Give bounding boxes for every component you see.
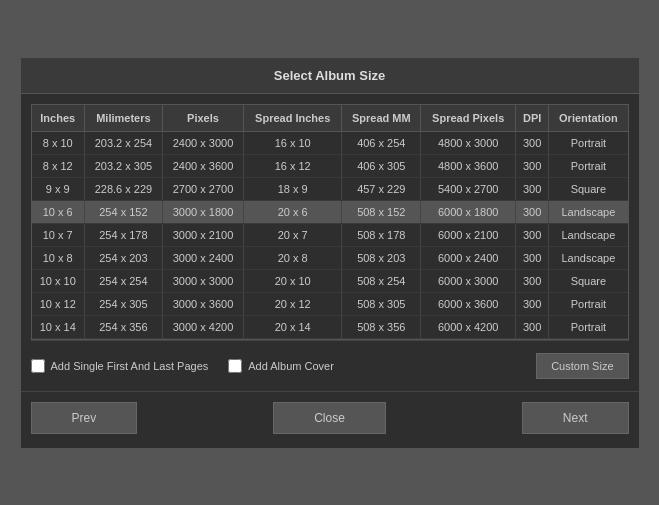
table-header-row: InchesMilimetersPixelsSpread InchesSprea… [32,105,628,132]
table-cell: Square [549,177,628,200]
table-header-cell: Pixels [162,105,243,132]
table-cell: 3000 x 3600 [162,292,243,315]
table-cell: 8 x 10 [32,131,85,154]
table-cell: 508 x 356 [342,315,421,338]
table-cell: 10 x 12 [32,292,85,315]
table-cell: 16 x 12 [244,154,342,177]
table-header-cell: Inches [32,105,85,132]
table-cell: 20 x 6 [244,200,342,223]
add-album-cover-checkbox[interactable] [228,359,242,373]
table-cell: 300 [515,131,548,154]
buttons-row: Prev Close Next [21,391,639,448]
table-cell: 6000 x 3600 [421,292,516,315]
table-cell: Portrait [549,154,628,177]
table-cell: 9 x 9 [32,177,85,200]
table-cell: 20 x 14 [244,315,342,338]
table-cell: Portrait [549,292,628,315]
table-cell: 508 x 305 [342,292,421,315]
table-cell: 2400 x 3000 [162,131,243,154]
table-cell: 254 x 152 [84,200,162,223]
table-cell: 300 [515,223,548,246]
table-cell: 6000 x 2400 [421,246,516,269]
table-cell: Portrait [549,131,628,154]
table-header-cell: Spread Inches [244,105,342,132]
table-cell: Landscape [549,200,628,223]
table-cell: 2700 x 2700 [162,177,243,200]
table-cell: 508 x 178 [342,223,421,246]
table-cell: 300 [515,292,548,315]
table-row[interactable]: 10 x 14254 x 3563000 x 420020 x 14508 x … [32,315,628,338]
table-cell: 10 x 7 [32,223,85,246]
table-cell: 6000 x 3000 [421,269,516,292]
table-row[interactable]: 10 x 7254 x 1783000 x 210020 x 7508 x 17… [32,223,628,246]
dialog-title: Select Album Size [21,58,639,94]
table-cell: 3000 x 4200 [162,315,243,338]
table-cell: 203.2 x 254 [84,131,162,154]
close-button[interactable]: Close [273,402,386,434]
table-cell: 6000 x 4200 [421,315,516,338]
table-cell: Landscape [549,223,628,246]
table-cell: 16 x 10 [244,131,342,154]
table-cell: 10 x 8 [32,246,85,269]
table-cell: 18 x 9 [244,177,342,200]
next-button[interactable]: Next [522,402,629,434]
table-cell: 508 x 203 [342,246,421,269]
table-header-cell: Spread Pixels [421,105,516,132]
add-album-cover-checkbox-label[interactable]: Add Album Cover [228,359,334,373]
table-cell: 10 x 6 [32,200,85,223]
table-cell: 4800 x 3600 [421,154,516,177]
table-row[interactable]: 10 x 8254 x 2033000 x 240020 x 8508 x 20… [32,246,628,269]
table-cell: Square [549,269,628,292]
table-cell: 3000 x 2100 [162,223,243,246]
table-row[interactable]: 10 x 12254 x 3053000 x 360020 x 12508 x … [32,292,628,315]
add-single-pages-checkbox-label[interactable]: Add Single First And Last Pages [31,359,209,373]
table-cell: 300 [515,269,548,292]
prev-button[interactable]: Prev [31,402,138,434]
table-cell: 20 x 12 [244,292,342,315]
table-header-cell: Spread MM [342,105,421,132]
add-single-pages-label: Add Single First And Last Pages [51,360,209,372]
table-cell: 457 x 229 [342,177,421,200]
table-cell: Landscape [549,246,628,269]
table-header-cell: Orientation [549,105,628,132]
table-cell: 20 x 10 [244,269,342,292]
table-cell: 6000 x 2100 [421,223,516,246]
table-row[interactable]: 8 x 12203.2 x 3052400 x 360016 x 12406 x… [32,154,628,177]
table-row[interactable]: 10 x 6254 x 1523000 x 180020 x 6508 x 15… [32,200,628,223]
table-cell: 3000 x 2400 [162,246,243,269]
table-cell: 20 x 8 [244,246,342,269]
table-cell: 4800 x 3000 [421,131,516,154]
table-cell: 10 x 10 [32,269,85,292]
table-row[interactable]: 9 x 9228.6 x 2292700 x 270018 x 9457 x 2… [32,177,628,200]
table-cell: 228.6 x 229 [84,177,162,200]
options-row: Add Single First And Last Pages Add Albu… [21,341,639,391]
table-cell: 10 x 14 [32,315,85,338]
dialog: Select Album Size InchesMilimetersPixels… [20,57,640,449]
table-row[interactable]: 10 x 10254 x 2543000 x 300020 x 10508 x … [32,269,628,292]
table-cell: 3000 x 3000 [162,269,243,292]
table-cell: 3000 x 1800 [162,200,243,223]
table-cell: 254 x 203 [84,246,162,269]
table-cell: 406 x 254 [342,131,421,154]
table-cell: 406 x 305 [342,154,421,177]
table-header-cell: DPI [515,105,548,132]
table-row[interactable]: 8 x 10203.2 x 2542400 x 300016 x 10406 x… [32,131,628,154]
table-cell: 300 [515,154,548,177]
table-cell: 254 x 305 [84,292,162,315]
table-cell: 508 x 152 [342,200,421,223]
add-single-pages-checkbox[interactable] [31,359,45,373]
table-cell: 203.2 x 305 [84,154,162,177]
table-cell: 20 x 7 [244,223,342,246]
album-size-table: InchesMilimetersPixelsSpread InchesSprea… [32,105,628,339]
table-cell: 300 [515,246,548,269]
table-cell: 254 x 254 [84,269,162,292]
table-header-cell: Milimeters [84,105,162,132]
add-album-cover-label: Add Album Cover [248,360,334,372]
table-cell: 254 x 356 [84,315,162,338]
custom-size-button[interactable]: Custom Size [536,353,628,379]
table-cell: 300 [515,315,548,338]
table-cell: Portrait [549,315,628,338]
table-cell: 300 [515,200,548,223]
table-cell: 2400 x 3600 [162,154,243,177]
table-cell: 6000 x 1800 [421,200,516,223]
